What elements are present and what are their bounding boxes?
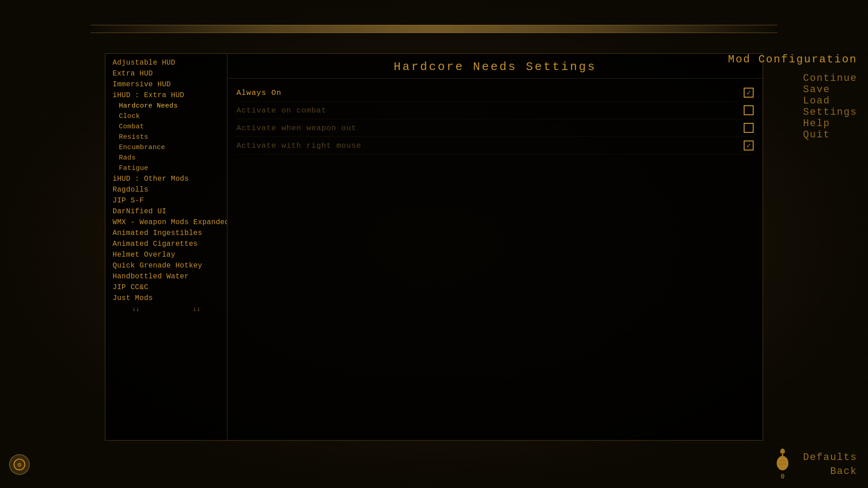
bottom-bar: ⚙ 0 Defaults Back bbox=[0, 441, 868, 488]
sidebar-item-fatigue[interactable]: Fatigue bbox=[105, 163, 227, 174]
bottom-right-buttons: 0 Defaults Back bbox=[773, 449, 857, 480]
top-decorative-bar bbox=[90, 25, 778, 33]
sidebar-item-helmet-overlay[interactable]: Helmet Overlay bbox=[105, 249, 227, 260]
svg-text:⚙: ⚙ bbox=[18, 461, 22, 469]
sidebar-item-clock[interactable]: Clock bbox=[105, 111, 227, 122]
sidebar-item-jip-ccc[interactable]: JIP CC&C bbox=[105, 282, 227, 293]
setting-row-always-on: Always On bbox=[236, 84, 754, 102]
sidebar-item-combat[interactable]: Combat bbox=[105, 122, 227, 132]
right-menu: Mod Configuration ContinueSaveLoadSettin… bbox=[728, 53, 868, 141]
back-button[interactable]: Back bbox=[830, 466, 857, 477]
sidebar-item-quick-grenade-hotkey[interactable]: Quick Grenade Hotkey bbox=[105, 260, 227, 271]
sidebar-item-encumbrance[interactable]: Encumbrance bbox=[105, 142, 227, 153]
setting-label-activate-on-combat: Activate on combat bbox=[236, 106, 326, 115]
sidebar-item-wmx[interactable]: WMX - Weapon Mods Expanded bbox=[105, 217, 227, 228]
sidebar-item-ihud-other-mods[interactable]: iHUD : Other Mods bbox=[105, 174, 227, 184]
defaults-button[interactable]: Defaults bbox=[803, 452, 857, 463]
right-menu-item-save[interactable]: Save bbox=[803, 84, 857, 95]
sidebar-item-handbottled-water[interactable]: Handbottled Water bbox=[105, 271, 227, 282]
sidebar-item-hardcore-needs[interactable]: Hardcore Needs bbox=[105, 101, 227, 111]
sidebar-item-jip-sf[interactable]: JIP S-F bbox=[105, 195, 227, 206]
svg-rect-3 bbox=[781, 449, 784, 450]
sidebar-item-rads[interactable]: Rads bbox=[105, 153, 227, 163]
right-menu-item-settings[interactable]: Settings bbox=[803, 107, 857, 118]
sidebar-item-animated-ingestibles[interactable]: Animated Ingestibles bbox=[105, 228, 227, 239]
sidebar-item-darnified-ui[interactable]: DarNified UI bbox=[105, 206, 227, 217]
sidebar: Adjustable HUDExtra HUDImmersive HUDiHUD… bbox=[105, 54, 227, 440]
setting-label-activate-weapon-out: Activate when weapon out bbox=[236, 124, 356, 132]
right-menu-item-load[interactable]: Load bbox=[803, 95, 857, 107]
sidebar-item-extra-hud[interactable]: Extra HUD bbox=[105, 68, 227, 79]
grenade-container: 0 bbox=[773, 449, 792, 480]
right-menu-item-help[interactable]: Help bbox=[803, 118, 857, 129]
setting-row-activate-weapon-out: Activate when weapon out bbox=[236, 119, 754, 137]
scroll-left-indicator: ↓↓ bbox=[132, 305, 140, 313]
sidebar-item-adjustable-hud[interactable]: Adjustable HUD bbox=[105, 57, 227, 68]
content-area: Hardcore Needs Settings Always OnActivat… bbox=[227, 54, 763, 440]
right-menu-item-continue[interactable]: Continue bbox=[803, 73, 857, 84]
sidebar-item-just-mods[interactable]: Just Mods bbox=[105, 293, 227, 304]
checkbox-activate-right-mouse[interactable] bbox=[744, 141, 754, 150]
sidebar-item-ihud-extra-hud[interactable]: iHUD : Extra HUD bbox=[105, 90, 227, 101]
right-menu-title: Mod Configuration bbox=[728, 53, 857, 66]
sidebar-item-ragdolls[interactable]: Ragdolls bbox=[105, 184, 227, 195]
scroll-indicators: ↓↓ ↓↓ bbox=[105, 304, 227, 314]
sidebar-item-immersive-hud[interactable]: Immersive HUD bbox=[105, 79, 227, 90]
setting-row-activate-on-combat: Activate on combat bbox=[236, 102, 754, 119]
scroll-right-indicator: ↓↓ bbox=[193, 305, 200, 313]
setting-row-activate-right-mouse: Activate with right mouse bbox=[236, 137, 754, 155]
bottom-left-icon: ⚙ bbox=[9, 454, 30, 475]
sidebar-item-resists[interactable]: Resists bbox=[105, 132, 227, 142]
sidebar-item-animated-cigarettes[interactable]: Animated Cigarettes bbox=[105, 239, 227, 249]
setting-label-activate-right-mouse: Activate with right mouse bbox=[236, 141, 361, 150]
grenade-count: 0 bbox=[781, 473, 784, 480]
right-menu-item-quit[interactable]: Quit bbox=[803, 129, 857, 141]
setting-label-always-on: Always On bbox=[236, 89, 281, 97]
grenade-icon bbox=[773, 449, 792, 472]
svg-point-4 bbox=[777, 456, 788, 470]
settings-list: Always OnActivate on combatActivate when… bbox=[227, 79, 763, 440]
content-title: Hardcore Needs Settings bbox=[227, 54, 763, 79]
main-panel: Adjustable HUDExtra HUDImmersive HUDiHUD… bbox=[105, 53, 763, 441]
